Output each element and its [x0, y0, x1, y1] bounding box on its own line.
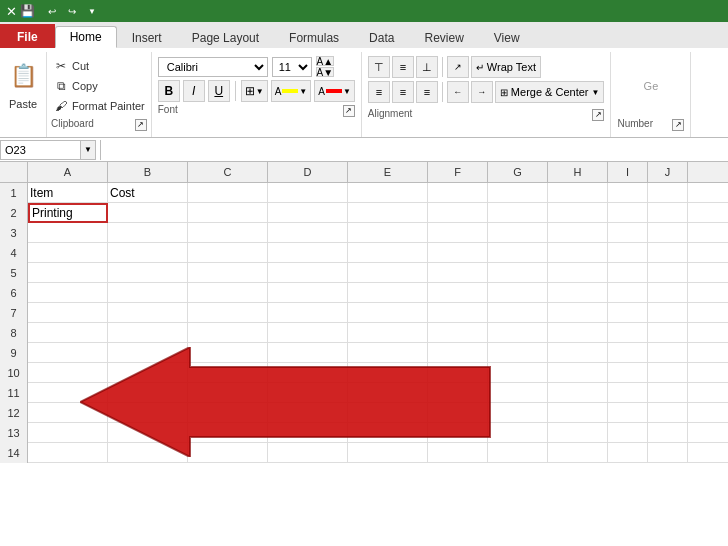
col-header-d[interactable]: D [268, 162, 348, 182]
cell-b1[interactable]: Cost [108, 183, 188, 203]
indent-decrease-button[interactable]: ← [447, 81, 469, 103]
clipboard-group-label-row: Clipboard ↗ [51, 116, 147, 133]
cell-h2[interactable] [548, 203, 608, 223]
cell-h1[interactable] [548, 183, 608, 203]
cell-f1[interactable] [428, 183, 488, 203]
row-num-6[interactable]: 6 [0, 283, 28, 303]
font-name-select[interactable]: Calibri [158, 57, 268, 77]
col-header-f[interactable]: F [428, 162, 488, 182]
row-num-2[interactable]: 2 [0, 203, 28, 223]
copy-button[interactable]: ⧉ Copy [51, 76, 147, 96]
col-header-h[interactable]: H [548, 162, 608, 182]
font-group-label: Font [158, 104, 178, 117]
col-header-g[interactable]: G [488, 162, 548, 182]
border-button[interactable]: ⊞ ▼ [241, 80, 268, 102]
italic-button[interactable]: I [183, 80, 205, 102]
cell-e2[interactable] [348, 203, 428, 223]
wrap-text-icon: ↵ [476, 62, 484, 73]
cut-button[interactable]: ✂ Cut [51, 56, 147, 76]
row-num-12[interactable]: 12 [0, 403, 28, 423]
tab-file[interactable]: File [0, 24, 55, 48]
cell-a2[interactable]: Printing [28, 203, 108, 223]
merge-center-button[interactable]: ⊞ Merge & Center ▼ [495, 81, 605, 103]
cell-e1[interactable] [348, 183, 428, 203]
col-header-a[interactable]: A [28, 162, 108, 182]
format-painter-button[interactable]: 🖌 Format Painter [51, 96, 147, 116]
number-expand-button[interactable]: ↗ [672, 119, 684, 131]
table-row: 10 [0, 363, 728, 383]
cell-b2[interactable] [108, 203, 188, 223]
indent-increase-button[interactable]: → [471, 81, 493, 103]
quick-access-more[interactable]: ▼ [83, 3, 101, 19]
row-num-14[interactable]: 14 [0, 443, 28, 463]
font-increase-button[interactable]: A▲ [316, 56, 334, 66]
row-num-7[interactable]: 7 [0, 303, 28, 323]
highlight-color-button[interactable]: A ▼ [271, 80, 312, 102]
spreadsheet-rows: 1 Item Cost 2 Printing [0, 183, 728, 463]
alignment-expand-button[interactable]: ↗ [592, 109, 604, 121]
col-header-i[interactable]: I [608, 162, 648, 182]
row-num-13[interactable]: 13 [0, 423, 28, 443]
cell-i1[interactable] [608, 183, 648, 203]
align-left-button[interactable]: ≡ [368, 81, 390, 103]
align-bottom-button[interactable]: ⊥ [416, 56, 438, 78]
highlight-color-indicator [282, 89, 298, 93]
font-color-button[interactable]: A ▼ [314, 80, 355, 102]
align-right-button[interactable]: ≡ [416, 81, 438, 103]
tab-page-layout[interactable]: Page Layout [177, 26, 274, 48]
cell-c1[interactable] [188, 183, 268, 203]
col-header-c[interactable]: C [188, 162, 268, 182]
cell-d1[interactable] [268, 183, 348, 203]
cell-f2[interactable] [428, 203, 488, 223]
row-num-11[interactable]: 11 [0, 383, 28, 403]
align-middle-button[interactable]: ≡ [392, 56, 414, 78]
paste-button[interactable]: 📋 Paste [0, 52, 47, 137]
font-color-indicator [326, 89, 342, 93]
cell-j1[interactable] [648, 183, 688, 203]
wrap-text-button[interactable]: ↵ Wrap Text [471, 56, 541, 78]
cell-c2[interactable] [188, 203, 268, 223]
spreadsheet: A B C D E F G H I J 1 Item Cost [0, 162, 728, 463]
cell-i2[interactable] [608, 203, 648, 223]
excel-icon: ✕ [6, 4, 17, 19]
align-top-button[interactable]: ⊤ [368, 56, 390, 78]
row-num-9[interactable]: 9 [0, 343, 28, 363]
clipboard-group: 📋 Paste ✂ Cut ⧉ Copy 🖌 Format Painter Cl… [0, 52, 152, 137]
tab-view[interactable]: View [479, 26, 535, 48]
save-icon[interactable]: 💾 [20, 4, 35, 18]
font-decrease-button[interactable]: A▼ [316, 67, 334, 77]
redo-button[interactable]: ↪ [63, 3, 81, 19]
undo-button[interactable]: ↩ [43, 3, 61, 19]
underline-button[interactable]: U [208, 80, 230, 102]
cell-a1[interactable]: Item [28, 183, 108, 203]
name-box-dropdown[interactable]: ▼ [80, 140, 96, 160]
rotate-text-button[interactable]: ↗ [447, 56, 469, 78]
font-expand-button[interactable]: ↗ [343, 105, 355, 117]
col-header-j[interactable]: J [648, 162, 688, 182]
row-num-4[interactable]: 4 [0, 243, 28, 263]
tab-insert[interactable]: Insert [117, 26, 177, 48]
formula-input[interactable] [105, 140, 728, 160]
cell-d2[interactable] [268, 203, 348, 223]
col-header-e[interactable]: E [348, 162, 428, 182]
cell-j2[interactable] [648, 203, 688, 223]
col-header-b[interactable]: B [108, 162, 188, 182]
clipboard-expand-button[interactable]: ↗ [135, 119, 147, 131]
tab-formulas[interactable]: Formulas [274, 26, 354, 48]
merge-label: Merge & Center [511, 86, 589, 98]
row-num-10[interactable]: 10 [0, 363, 28, 383]
tab-review[interactable]: Review [409, 26, 478, 48]
cell-g1[interactable] [488, 183, 548, 203]
row-num-5[interactable]: 5 [0, 263, 28, 283]
align-center-button[interactable]: ≡ [392, 81, 414, 103]
table-row: 14 [0, 443, 728, 463]
row-num-1[interactable]: 1 [0, 183, 28, 203]
cell-g2[interactable] [488, 203, 548, 223]
cell-a3[interactable] [28, 223, 108, 243]
tab-data[interactable]: Data [354, 26, 409, 48]
tab-home[interactable]: Home [55, 26, 117, 48]
font-size-select[interactable]: 11 [272, 57, 312, 77]
bold-button[interactable]: B [158, 80, 180, 102]
row-num-3[interactable]: 3 [0, 223, 28, 243]
row-num-8[interactable]: 8 [0, 323, 28, 343]
